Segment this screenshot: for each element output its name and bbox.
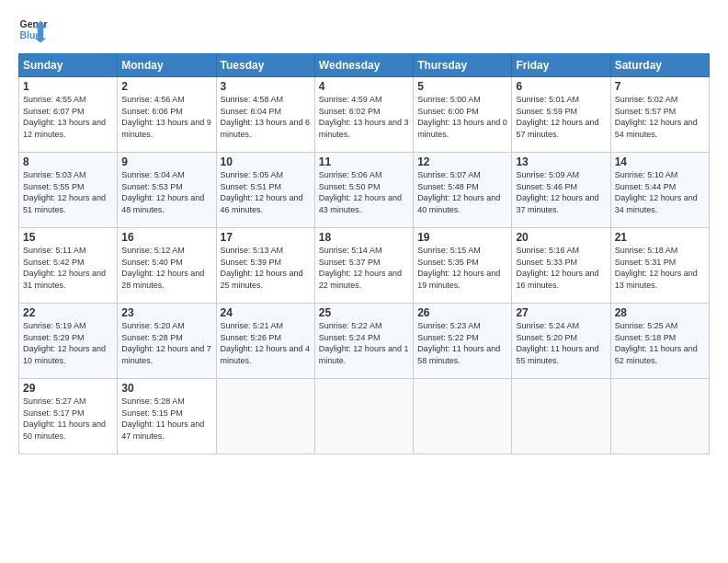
day-number: 4 (319, 80, 409, 93)
sunset-label: Sunset: 5:39 PM (221, 258, 282, 267)
day-number: 10 (221, 155, 311, 168)
sunrise-label: Sunrise: 5:00 AM (417, 95, 481, 104)
day-info: Sunrise: 5:10 AM Sunset: 5:44 PM Dayligh… (615, 169, 705, 215)
calendar-cell: 11 Sunrise: 5:06 AM Sunset: 5:50 PM Dayl… (314, 153, 413, 228)
day-number: 1 (23, 80, 113, 93)
sunrise-label: Sunrise: 5:25 AM (615, 321, 678, 330)
day-number: 2 (121, 80, 211, 93)
sunrise-label: Sunrise: 5:27 AM (23, 396, 86, 406)
sunrise-label: Sunrise: 5:07 AM (417, 170, 481, 179)
calendar-cell: 20 Sunrise: 5:16 AM Sunset: 5:33 PM Dayl… (512, 228, 610, 304)
sunset-label: Sunset: 5:51 PM (221, 182, 282, 191)
sunset-label: Sunset: 6:07 PM (23, 107, 85, 116)
day-number: 14 (615, 155, 705, 168)
sunrise-label: Sunrise: 5:15 AM (417, 246, 481, 255)
sunrise-label: Sunrise: 5:23 AM (417, 321, 481, 330)
sunrise-label: Sunrise: 5:04 AM (121, 170, 185, 179)
daylight-label: Daylight: 13 hours and 3 minutes. (319, 118, 409, 139)
calendar-cell: 1 Sunrise: 4:55 AM Sunset: 6:07 PM Dayli… (19, 77, 118, 153)
day-info: Sunrise: 5:22 AM Sunset: 5:24 PM Dayligh… (319, 320, 409, 366)
sunrise-label: Sunrise: 5:14 AM (319, 246, 382, 255)
daylight-label: Daylight: 11 hours and 50 minutes. (23, 419, 106, 441)
daylight-label: Daylight: 12 hours and 13 minutes. (615, 269, 698, 290)
calendar-cell: 5 Sunrise: 5:00 AM Sunset: 6:00 PM Dayli… (414, 77, 512, 153)
sunset-label: Sunset: 5:18 PM (615, 333, 677, 342)
col-header-sunday: Sunday (19, 54, 118, 77)
day-info: Sunrise: 5:02 AM Sunset: 5:57 PM Dayligh… (615, 94, 705, 140)
col-header-wednesday: Wednesday (314, 54, 413, 77)
sunrise-label: Sunrise: 5:20 AM (121, 321, 185, 330)
day-info: Sunrise: 5:01 AM Sunset: 5:59 PM Dayligh… (516, 94, 606, 140)
sunset-label: Sunset: 6:02 PM (319, 107, 381, 116)
calendar-cell: 28 Sunrise: 5:25 AM Sunset: 5:18 PM Dayl… (610, 304, 709, 379)
day-number: 18 (319, 231, 409, 244)
calendar-cell: 30 Sunrise: 5:28 AM Sunset: 5:15 PM Dayl… (118, 379, 216, 454)
day-info: Sunrise: 5:12 AM Sunset: 5:40 PM Dayligh… (121, 245, 211, 291)
day-info: Sunrise: 4:59 AM Sunset: 6:02 PM Dayligh… (319, 94, 409, 140)
sunrise-label: Sunrise: 5:18 AM (615, 246, 678, 255)
calendar-cell: 21 Sunrise: 5:18 AM Sunset: 5:31 PM Dayl… (610, 228, 709, 304)
sunrise-label: Sunrise: 4:59 AM (319, 95, 382, 104)
calendar-cell: 8 Sunrise: 5:03 AM Sunset: 5:55 PM Dayli… (19, 153, 118, 228)
calendar-cell (512, 379, 610, 454)
calendar-cell: 26 Sunrise: 5:23 AM Sunset: 5:22 PM Dayl… (414, 304, 512, 379)
day-number: 29 (23, 382, 113, 395)
daylight-label: Daylight: 12 hours and 31 minutes. (23, 269, 106, 290)
calendar-cell: 9 Sunrise: 5:04 AM Sunset: 5:53 PM Dayli… (118, 153, 216, 228)
day-number: 8 (23, 155, 113, 168)
daylight-label: Daylight: 12 hours and 34 minutes. (615, 193, 698, 214)
day-number: 25 (319, 306, 409, 319)
day-info: Sunrise: 5:04 AM Sunset: 5:53 PM Dayligh… (121, 169, 211, 215)
day-number: 17 (221, 231, 311, 244)
day-info: Sunrise: 5:24 AM Sunset: 5:20 PM Dayligh… (516, 320, 606, 366)
day-number: 5 (417, 80, 507, 93)
sunset-label: Sunset: 6:06 PM (121, 107, 183, 116)
day-number: 28 (615, 306, 705, 319)
calendar-cell: 15 Sunrise: 5:11 AM Sunset: 5:42 PM Dayl… (19, 228, 118, 304)
calendar-cell: 14 Sunrise: 5:10 AM Sunset: 5:44 PM Dayl… (610, 153, 709, 228)
calendar-cell (314, 379, 413, 454)
sunset-label: Sunset: 5:28 PM (121, 333, 183, 342)
day-info: Sunrise: 5:28 AM Sunset: 5:15 PM Dayligh… (121, 396, 211, 442)
daylight-label: Daylight: 12 hours and 4 minutes. (221, 344, 311, 365)
calendar-cell: 3 Sunrise: 4:58 AM Sunset: 6:04 PM Dayli… (216, 77, 314, 153)
sunrise-label: Sunrise: 5:10 AM (615, 170, 678, 179)
daylight-label: Daylight: 12 hours and 19 minutes. (417, 269, 500, 290)
calendar-cell: 29 Sunrise: 5:27 AM Sunset: 5:17 PM Dayl… (19, 379, 118, 454)
calendar-cell: 18 Sunrise: 5:14 AM Sunset: 5:37 PM Dayl… (314, 228, 413, 304)
day-number: 24 (221, 306, 311, 319)
day-info: Sunrise: 5:13 AM Sunset: 5:39 PM Dayligh… (221, 245, 311, 291)
day-info: Sunrise: 5:25 AM Sunset: 5:18 PM Dayligh… (615, 320, 705, 366)
day-number: 20 (516, 231, 606, 244)
day-info: Sunrise: 5:27 AM Sunset: 5:17 PM Dayligh… (23, 396, 113, 442)
day-info: Sunrise: 5:16 AM Sunset: 5:33 PM Dayligh… (516, 245, 606, 291)
day-number: 19 (417, 231, 507, 244)
sunset-label: Sunset: 5:15 PM (121, 408, 183, 418)
daylight-label: Daylight: 12 hours and 51 minutes. (23, 193, 106, 214)
sunset-label: Sunset: 5:37 PM (319, 258, 381, 267)
day-number: 27 (516, 306, 606, 319)
calendar-cell: 23 Sunrise: 5:20 AM Sunset: 5:28 PM Dayl… (118, 304, 216, 379)
daylight-label: Daylight: 12 hours and 43 minutes. (319, 193, 402, 214)
calendar-cell: 16 Sunrise: 5:12 AM Sunset: 5:40 PM Dayl… (118, 228, 216, 304)
calendar-week-4: 22 Sunrise: 5:19 AM Sunset: 5:29 PM Dayl… (19, 304, 710, 379)
daylight-label: Daylight: 13 hours and 12 minutes. (23, 118, 106, 139)
day-number: 16 (121, 231, 211, 244)
day-number: 15 (23, 231, 113, 244)
sunset-label: Sunset: 5:29 PM (23, 333, 85, 342)
daylight-label: Daylight: 12 hours and 54 minutes. (615, 118, 698, 139)
sunrise-label: Sunrise: 5:01 AM (516, 95, 579, 104)
day-info: Sunrise: 4:56 AM Sunset: 6:06 PM Dayligh… (121, 94, 211, 140)
daylight-label: Daylight: 11 hours and 52 minutes. (615, 344, 698, 365)
daylight-label: Daylight: 11 hours and 55 minutes. (516, 344, 598, 365)
daylight-label: Daylight: 12 hours and 1 minute. (319, 344, 409, 365)
calendar-table: SundayMondayTuesdayWednesdayThursdayFrid… (18, 53, 710, 454)
daylight-label: Daylight: 12 hours and 22 minutes. (319, 269, 402, 290)
day-info: Sunrise: 5:19 AM Sunset: 5:29 PM Dayligh… (23, 320, 113, 366)
day-number: 30 (121, 382, 211, 395)
sunrise-label: Sunrise: 5:16 AM (516, 246, 579, 255)
calendar-week-2: 8 Sunrise: 5:03 AM Sunset: 5:55 PM Dayli… (19, 153, 710, 228)
daylight-label: Daylight: 12 hours and 48 minutes. (121, 193, 204, 214)
sunrise-label: Sunrise: 5:09 AM (516, 170, 579, 179)
sunset-label: Sunset: 5:59 PM (516, 107, 577, 116)
